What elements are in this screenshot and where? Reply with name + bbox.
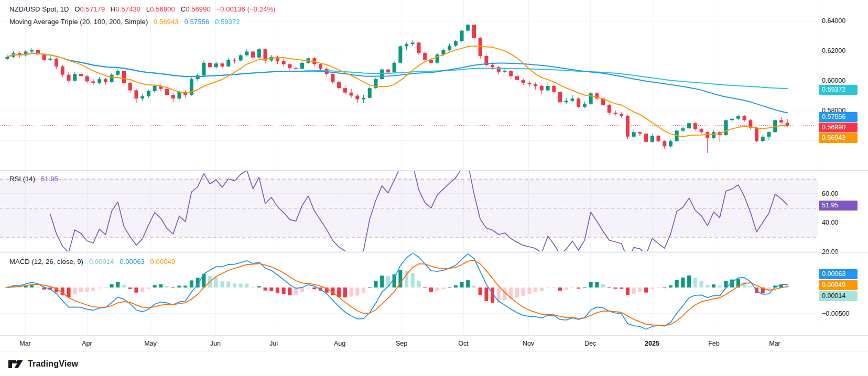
last-price-badge: 0.56990 — [819, 123, 858, 132]
rsi-value-badge: 51.95 — [819, 201, 858, 211]
ma200-price-badge: 0.59372 — [819, 85, 858, 95]
ma200-value: 0.59372 — [215, 18, 240, 26]
rsi-current-value: 51.95 — [41, 175, 58, 183]
price-axis-label: 0.62000 — [822, 47, 845, 54]
histogram-badge: 0.00014 — [819, 291, 858, 301]
time-axis[interactable]: MarAprMayJunJulAugSepOctNovDec2025FebMar — [0, 335, 868, 351]
time-axis-tick: May — [144, 336, 157, 351]
ohlc-open-value: 0.57179 — [80, 5, 105, 13]
tradingview-logo-icon[interactable] — [8, 359, 23, 369]
time-axis-tick: Aug — [334, 336, 345, 351]
time-axis-tick: Dec — [584, 336, 596, 351]
ma100-price-badge: 0.57556 — [819, 112, 858, 122]
macd-line-value: 0.00063 — [120, 258, 145, 266]
chart-plot-area[interactable] — [0, 0, 868, 335]
macd-line-badge: 0.00063 — [819, 269, 858, 279]
price-axis-border — [818, 0, 818, 335]
time-axis-tick: Sep — [396, 336, 407, 351]
macd-legend[interactable]: MACD (12, 26, close, 9) 0.00014 0.00063 … — [9, 258, 175, 266]
change-value: −0.00136 (−0.24%) — [216, 5, 276, 13]
rsi-axis-label: 20.00 — [822, 248, 838, 256]
ohlc-high-label: H — [111, 5, 116, 13]
time-axis-tick: Jul — [269, 336, 278, 351]
macd-hist-value: 0.00014 — [89, 258, 114, 266]
rsi-axis-label: 40.00 — [822, 219, 838, 226]
symbol-title[interactable]: NZD/USD Spot, 1D — [9, 5, 69, 13]
ohlc-high-value: 0.57430 — [115, 5, 140, 13]
time-axis-tick: Mar — [769, 336, 780, 351]
ma20-value: 0.56943 — [154, 18, 179, 26]
price-axis-label: 0.64000 — [822, 17, 845, 25]
rsi-axis-label: 60.00 — [822, 190, 838, 197]
time-axis-tick: Apr — [82, 336, 92, 351]
rsi-macd-separator[interactable] — [0, 252, 868, 253]
ohlc-open-label: O — [74, 5, 80, 13]
time-axis-tick: Oct — [458, 336, 468, 351]
price-axis-label: 0.60000 — [822, 77, 845, 84]
signal-line-badge: 0.00049 — [819, 280, 858, 290]
rsi-title[interactable]: RSI (14) — [9, 175, 35, 183]
symbol-legend[interactable]: NZD/USD Spot, 1D O0.57179 H0.57430 L0.56… — [9, 5, 276, 13]
tradingview-brand-text[interactable]: TradingView — [28, 359, 78, 369]
time-axis-tick: 2025 — [645, 336, 659, 351]
ohlc-low-value: 0.56900 — [150, 5, 175, 13]
ma-title[interactable]: Moving Average Triple (20, 100, 200, Sim… — [9, 18, 148, 26]
branding-bar: TradingView — [0, 351, 868, 376]
ohlc-close-value: 0.56990 — [186, 5, 211, 13]
time-axis-tick: Mar — [19, 336, 31, 351]
ma100-value: 0.57556 — [184, 18, 209, 26]
macd-axis-label: −0.00500 — [822, 310, 849, 317]
time-axis-tick: Nov — [523, 336, 534, 351]
tradingview-chart: NZD/USD Spot, 1D O0.57179 H0.57430 L0.56… — [0, 0, 868, 376]
price-rsi-separator[interactable] — [0, 170, 868, 171]
time-axis-tick: Feb — [708, 336, 720, 351]
rsi-legend[interactable]: RSI (14) 51.95 — [9, 175, 58, 183]
ma-legend[interactable]: Moving Average Triple (20, 100, 200, Sim… — [9, 18, 240, 26]
ohlc-close-label: C — [181, 5, 186, 13]
time-axis-tick: Jun — [210, 336, 221, 351]
macd-title[interactable]: MACD (12, 26, close, 9) — [9, 258, 83, 266]
ma20-price-badge: 0.56943 — [819, 133, 858, 143]
macd-signal-value: 0.00049 — [150, 258, 176, 266]
